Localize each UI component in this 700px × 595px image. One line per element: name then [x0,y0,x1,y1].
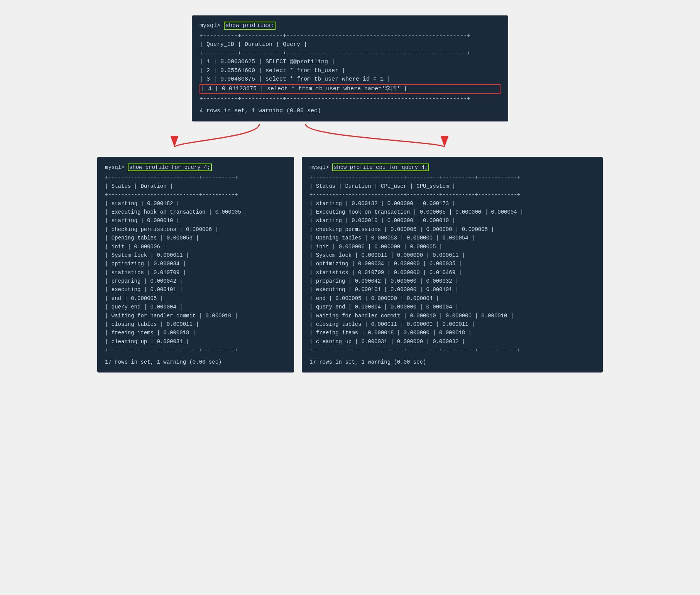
list-item: | executing | 0.000101 | [105,285,286,294]
left-prompt-line: mysql> show profile for query 4; [105,163,286,172]
right-command: show profile cpu for query 4; [332,163,429,171]
list-item: | preparing | 0.000042 | 0.000000 | 0.00… [309,277,595,285]
list-item: | starting | 0.000010 | 0.000000 | 0.000… [309,216,595,225]
list-item: | freeing items | 0.000018 | 0.000000 | … [309,329,595,337]
list-item: | freeing items | 0.000018 | [105,329,286,337]
left-terminal: mysql> show profile for query 4; +------… [97,157,294,373]
table-row: | 2 | 0.05561600 | select * from tb_user… [200,67,500,76]
left-sep1: +----------------------------+----------… [105,173,286,182]
top-header: | Query_ID | Duration | Query | [200,40,500,49]
left-prompt: mysql> [105,164,124,170]
list-item: | optimizing | 0.000034 | 0.000000 | 0.0… [309,260,595,268]
list-item: | preparing | 0.000042 | [105,277,286,285]
right-sep2: +----------------------------+----------… [309,190,595,199]
arrows-svg [97,122,603,149]
top-prompt: mysql> [200,22,220,29]
list-item: | System lock | 0.000011 | 0.000000 | 0.… [309,251,595,260]
list-item: | end | 0.000005 | [105,294,286,303]
right-terminal: mysql> show profile cpu for query 4; +--… [302,157,603,373]
left-rows: | starting | 0.000182 || Executing hook … [105,199,286,346]
list-item: | query end | 0.000004 | [105,303,286,311]
list-item: | init | 0.000006 | 0.000000 | 0.000005 … [309,243,595,251]
top-command: show profiles; [224,22,276,30]
right-sep3: +----------------------------+----------… [309,346,595,354]
list-item: | System lock | 0.000011 | [105,251,286,260]
arrows-area [97,122,603,149]
list-item: | starting | 0.000182 | 0.000000 | 0.000… [309,199,595,208]
right-header: | Status | Duration | CPU_user | CPU_sys… [309,182,595,190]
list-item: | query end | 0.000004 | 0.000000 | 0.00… [309,303,595,311]
right-sep1: +----------------------------+----------… [309,173,595,182]
list-item: | Opening tables | 0.000053 | 0.000000 |… [309,234,595,242]
list-item: | statistics | 0.010709 | [105,268,286,277]
list-item: | init | 0.000006 | [105,243,286,251]
right-footer: 17 rows in set, 1 warning (0.00 sec) [309,358,595,366]
list-item: | statistics | 0.010709 | 0.000000 | 0.0… [309,268,595,277]
list-item: | Executing hook on transaction | 0.0000… [309,208,595,216]
left-sep3: +----------------------------+----------… [105,346,286,354]
page-wrapper: mysql> show profiles; +----------+------… [8,8,692,380]
top-prompt-line: mysql> show profiles; [200,22,500,30]
top-sep2: +----------+------------+---------------… [200,49,500,58]
table-row: | 3 | 0.00480875 | select * from tb_user… [200,75,500,84]
list-item: | cleaning up | 0.000031 | 0.000000 | 0.… [309,337,595,346]
list-item: | optimizing | 0.000034 | [105,260,286,268]
list-item: | checking permissions | 0.000006 | 0.00… [309,225,595,234]
list-item: | waiting for handler commit | 0.000010 … [105,312,286,320]
right-prompt: mysql> [309,164,329,170]
list-item: | starting | 0.000010 | [105,216,286,225]
left-sep2: +----------------------------+----------… [105,190,286,199]
table-row: | 4 | 0.01123675 | select * from tb_user… [200,84,500,94]
list-item: | Executing hook on transaction | 0.0000… [105,208,286,216]
list-item: | closing tables | 0.000011 | [105,320,286,329]
list-item: | Opening tables | 0.000053 | [105,234,286,242]
list-item: | cleaning up | 0.000031 | [105,337,286,346]
left-command: show profile for query 4; [128,163,212,171]
top-sep1: +----------+------------+---------------… [200,32,500,41]
top-footer: 4 rows in set, 1 warning (0.00 sec) [200,107,500,116]
list-item: | waiting for handler commit | 0.000010 … [309,312,595,320]
top-sep3: +----------+------------+---------------… [200,95,500,104]
right-prompt-line: mysql> show profile cpu for query 4; [309,163,595,172]
left-footer: 17 rows in set, 1 warning (0.00 sec) [105,358,286,366]
top-rows: | 1 | 0.00030625 | SELECT @@profiling ||… [200,58,500,94]
right-rows: | starting | 0.000182 | 0.000000 | 0.000… [309,199,595,346]
top-terminal: mysql> show profiles; +----------+------… [192,15,508,121]
list-item: | executing | 0.000101 | 0.000000 | 0.00… [309,285,595,294]
list-item: | closing tables | 0.000011 | 0.000000 |… [309,320,595,329]
list-item: | starting | 0.000182 | [105,199,286,208]
table-row: | 1 | 0.00030625 | SELECT @@profiling | [200,58,500,67]
list-item: | checking permissions | 0.000006 | [105,225,286,234]
list-item: | end | 0.000005 | 0.000000 | 0.000004 | [309,294,595,303]
bottom-panels: mysql> show profile for query 4; +------… [97,157,603,373]
left-header: | Status | Duration | [105,182,286,190]
